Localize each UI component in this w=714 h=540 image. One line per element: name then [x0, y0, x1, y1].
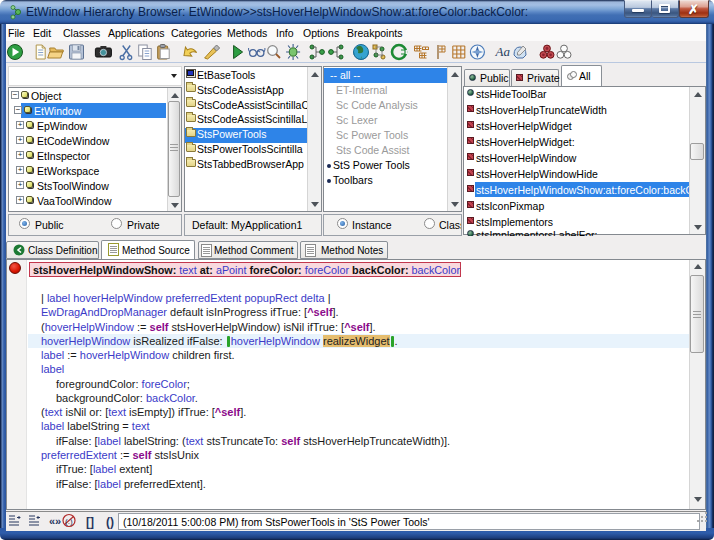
svg-text:(): () [106, 515, 114, 529]
svg-text:(.): (.) [65, 517, 73, 526]
svg-text:«»: «» [49, 515, 61, 527]
svg-text:Aa: Aa [494, 44, 510, 59]
svg-text:[]: [] [86, 515, 94, 529]
